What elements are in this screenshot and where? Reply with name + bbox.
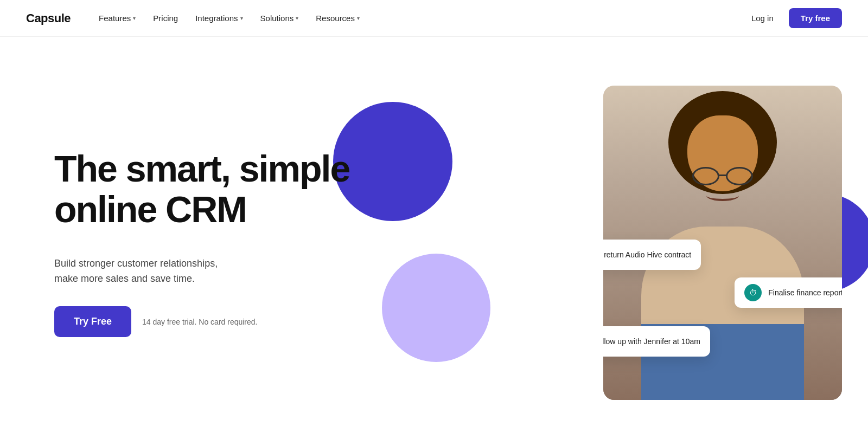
- navbar: Capsule Features ▾ Pricing Integrations …: [0, 0, 868, 37]
- decorative-circle-blue-large: [333, 102, 452, 221]
- chevron-down-icon: ▾: [133, 15, 136, 21]
- notification-card-3: ✉ Follow up with Jennifer at 10am: [603, 326, 710, 357]
- clock-icon: ⏱: [744, 284, 762, 301]
- glasses-right: [726, 167, 753, 185]
- hero-headline: The smart, simple online CRM: [54, 148, 349, 230]
- notif-text-2: Finalise finance report: [768, 288, 842, 297]
- chevron-down-icon: ▾: [296, 15, 298, 21]
- nav-pricing[interactable]: Pricing: [146, 9, 184, 27]
- notification-card-1: ✓ Sign and return Audio Hive contract: [603, 240, 701, 270]
- hero-left-content: The smart, simple online CRM Build stron…: [54, 148, 349, 337]
- nav-solutions[interactable]: Solutions ▾: [254, 9, 305, 27]
- person-glasses: [690, 167, 755, 186]
- hero-photo: ✓ Sign and return Audio Hive contract ⏱ …: [603, 86, 842, 400]
- hero-cta: Try Free 14 day free trial. No card requ…: [54, 306, 349, 337]
- decorative-circle-lavender: [382, 254, 490, 362]
- hero-section: The smart, simple online CRM Build stron…: [0, 37, 868, 446]
- notif-text-1: Sign and return Audio Hive contract: [603, 250, 691, 259]
- nav-integrations[interactable]: Integrations ▾: [189, 9, 249, 27]
- hero-try-free-button[interactable]: Try Free: [54, 306, 131, 337]
- nav-resources[interactable]: Resources ▾: [309, 9, 366, 27]
- person-face: [687, 115, 758, 191]
- notif-text-3: Follow up with Jennifer at 10am: [603, 337, 700, 346]
- glasses-bridge: [718, 174, 727, 176]
- brand-logo[interactable]: Capsule: [26, 11, 71, 25]
- glasses-left: [692, 167, 719, 185]
- nav-features[interactable]: Features ▾: [92, 9, 142, 27]
- notification-card-2: ⏱ Finalise finance report: [735, 277, 842, 308]
- chevron-down-icon: ▾: [357, 15, 360, 21]
- person-smile: [706, 190, 739, 201]
- nav-try-free-button[interactable]: Try free: [789, 8, 842, 28]
- nav-right: Log in Try free: [745, 8, 842, 28]
- trial-text: 14 day free trial. No card required.: [142, 318, 257, 326]
- hero-right-content: ✓ Sign and return Audio Hive contract ⏱ …: [349, 69, 842, 416]
- hero-subtext: Build stronger customer relationships, m…: [54, 256, 349, 287]
- chevron-down-icon: ▾: [240, 15, 243, 21]
- nav-links: Features ▾ Pricing Integrations ▾ Soluti…: [92, 9, 745, 27]
- login-button[interactable]: Log in: [745, 9, 780, 27]
